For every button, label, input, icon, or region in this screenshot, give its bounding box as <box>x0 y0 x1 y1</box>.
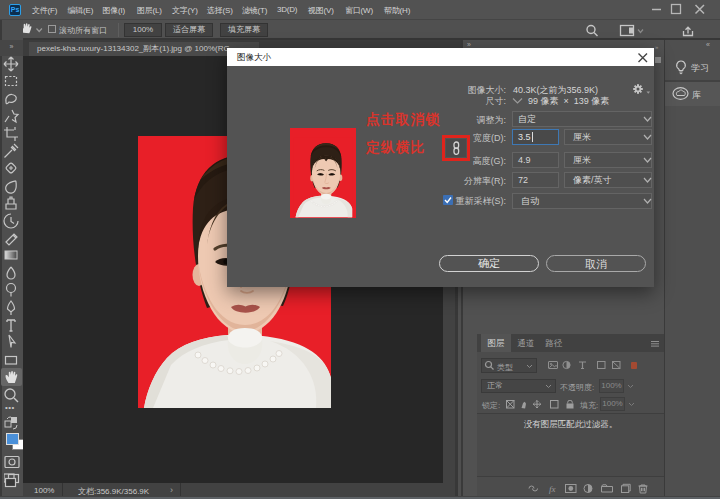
svg-text:fx: fx <box>549 484 556 494</box>
